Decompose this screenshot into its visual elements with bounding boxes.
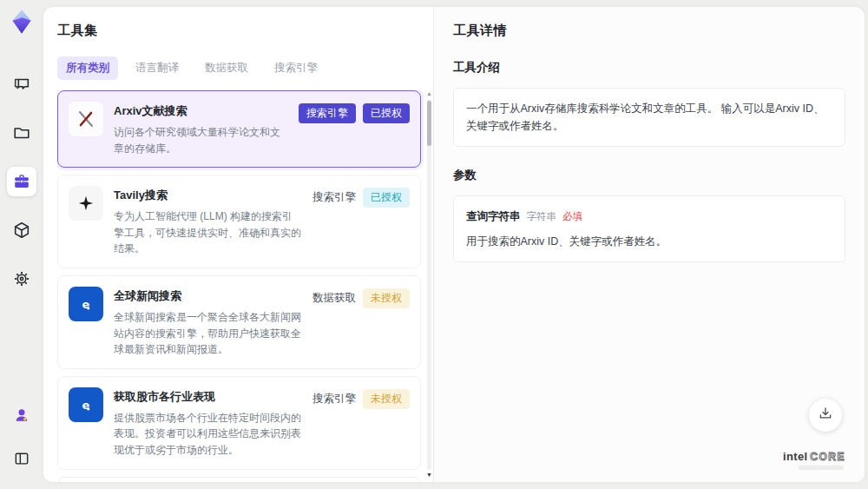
tool-category: 搜索引擎 xyxy=(312,190,356,205)
tool-category-badge: 搜索引擎 xyxy=(299,103,356,123)
tab-search-engine[interactable]: 搜索引擎 xyxy=(266,56,326,80)
briefcase-icon xyxy=(12,172,31,191)
intro-heading: 工具介绍 xyxy=(453,60,845,76)
tool-list: Arxiv文献搜索 访问各个研究领域大量科学论文和文章的存储库。 搜索引擎 已授… xyxy=(57,90,433,482)
stocks-logo-icon: e xyxy=(69,387,103,422)
sidebar-collapse-toggle[interactable] xyxy=(7,444,36,473)
tool-category: 搜索引擎 xyxy=(312,392,356,406)
sidebar-item-toolbox[interactable] xyxy=(7,167,36,196)
tool-detail-pane: 工具详情 工具介绍 一个用于从Arxiv存储库搜索科学论文和文章的工具。 输入可… xyxy=(434,7,865,482)
chat-icon xyxy=(12,75,31,94)
tool-card-tavily[interactable]: Tavily搜索 专为人工智能代理 (LLM) 构建的搜索引擎工具，可快速提供实… xyxy=(57,175,421,268)
tool-status-badge: 已授权 xyxy=(363,188,410,208)
sidebar-item-files[interactable] xyxy=(7,118,36,148)
left-sidebar xyxy=(0,0,43,489)
param-box: 查询字符串 字符串 必填 用于搜索的Arxiv ID、关键字或作者姓名。 xyxy=(453,195,845,262)
user-icon xyxy=(13,406,30,424)
param-name: 查询字符串 xyxy=(466,208,521,225)
tool-description: 访问各个研究领域大量科学论文和文章的存储库。 xyxy=(114,124,288,156)
sidebar-item-settings[interactable] xyxy=(7,264,36,294)
folder-icon xyxy=(12,123,31,142)
download-button[interactable] xyxy=(809,399,842,432)
tavily-star-icon xyxy=(69,186,103,221)
tool-card-global-news[interactable]: e 全球新闻搜索 全球新闻搜索是一个聚合全球各大新闻网站内容的搜索引擎，帮助用户… xyxy=(57,275,421,369)
cube-icon xyxy=(12,221,31,240)
list-scrollbar[interactable]: ▲ ▼ xyxy=(425,90,433,482)
tool-status-badge: 未授权 xyxy=(363,389,410,409)
brand-watermark xyxy=(799,466,844,470)
tool-name: Arxiv文献搜索 xyxy=(114,103,288,119)
intro-box: 一个用于从Arxiv存储库搜索科学论文和文章的工具。 输入可以是Arxiv ID… xyxy=(453,88,845,147)
intro-text: 一个用于从Arxiv存储库搜索科学论文和文章的工具。 输入可以是Arxiv ID… xyxy=(466,102,825,132)
tool-card-active-stocks[interactable]: e 获取市场最活跃股票信息 提供当天交易量最高的股票列表，投资者可以利用这些信息… xyxy=(57,477,421,482)
scroll-down-arrow[interactable]: ▼ xyxy=(425,472,433,479)
param-description: 用于搜索的Arxiv ID、关键字或作者姓名。 xyxy=(466,233,832,250)
intel-core-logo: intel core xyxy=(783,450,845,463)
tab-data-fetch[interactable]: 数据获取 xyxy=(196,56,257,80)
tab-all-categories[interactable]: 所有类别 xyxy=(57,56,118,80)
download-icon xyxy=(818,406,833,425)
sidebar-item-account[interactable] xyxy=(7,400,36,430)
toolset-pane: 工具集 所有类别 语言翻译 数据获取 搜索引擎 Arxiv文献搜 xyxy=(43,7,434,482)
param-required-label: 必填 xyxy=(562,208,582,224)
tool-name: Tavily搜索 xyxy=(114,188,302,203)
app-logo-icon xyxy=(9,9,35,35)
panel-toggle-icon xyxy=(13,450,30,467)
tool-status-badge: 已授权 xyxy=(363,103,410,123)
scroll-up-arrow[interactable]: ▲ xyxy=(425,90,433,97)
intel-wordmark: intel xyxy=(783,450,807,463)
sidebar-item-packages[interactable] xyxy=(7,215,36,245)
params-heading: 参数 xyxy=(453,168,845,183)
toolset-title: 工具集 xyxy=(57,23,433,39)
tab-translation[interactable]: 语言翻译 xyxy=(127,56,187,80)
main-surface: 工具集 所有类别 语言翻译 数据获取 搜索引擎 Arxiv文献搜 xyxy=(43,7,865,482)
arxiv-logo-icon xyxy=(69,102,103,136)
tool-name: 全球新闻搜索 xyxy=(114,288,302,304)
core-wordmark: core xyxy=(810,451,845,463)
tool-name: 获取股市各行业表现 xyxy=(114,389,302,405)
news-logo-icon: e xyxy=(69,287,103,321)
tool-description: 提供股票市场各个行业在特定时间段内的表现。投资者可以利用这些信息来识别表现优于或… xyxy=(114,410,302,459)
sidebar-item-chat[interactable] xyxy=(7,69,36,99)
tool-card-sector-performance[interactable]: e 获取股市各行业表现 提供股票市场各个行业在特定时间段内的表现。投资者可以利用… xyxy=(57,376,421,470)
scrollbar-thumb[interactable] xyxy=(427,101,431,146)
tool-description: 专为人工智能代理 (LLM) 构建的搜索引擎工具，可快速提供实时、准确和真实的结… xyxy=(114,208,302,257)
category-tabs: 所有类别 语言翻译 数据获取 搜索引擎 xyxy=(57,56,433,80)
detail-title: 工具详情 xyxy=(453,23,845,39)
gear-icon xyxy=(12,269,31,288)
param-type: 字符串 xyxy=(527,208,557,224)
tool-category: 数据获取 xyxy=(312,291,356,306)
tool-card-arxiv[interactable]: Arxiv文献搜索 访问各个研究领域大量科学论文和文章的存储库。 搜索引擎 已授… xyxy=(57,90,421,168)
tool-description: 全球新闻搜索是一个聚合全球各大新闻网站内容的搜索引擎，帮助用户快速获取全球最新资… xyxy=(114,309,302,358)
scrollbar-track[interactable] xyxy=(427,99,431,470)
tool-status-badge: 未授权 xyxy=(363,288,410,308)
